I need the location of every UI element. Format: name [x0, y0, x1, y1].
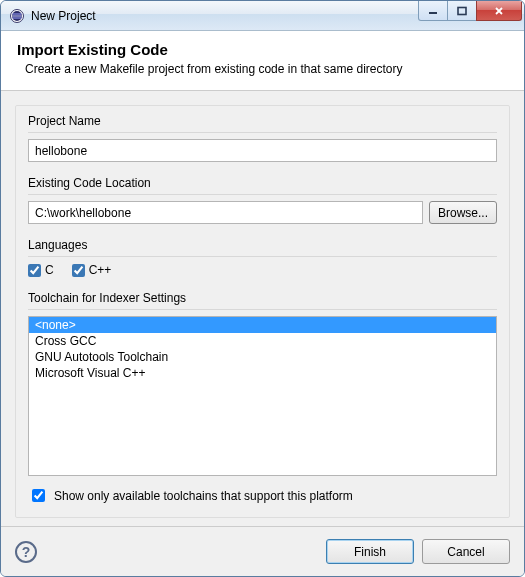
separator: [28, 256, 497, 257]
finish-button[interactable]: Finish: [326, 539, 414, 564]
svg-rect-3: [458, 7, 466, 14]
lang-cpp-label: C++: [89, 263, 112, 277]
lang-c-checkbox[interactable]: C: [28, 263, 54, 277]
dialog-header: Import Existing Code Create a new Makefi…: [1, 31, 524, 91]
eclipse-icon: [9, 8, 25, 24]
toolchain-label: Toolchain for Indexer Settings: [28, 291, 497, 305]
maximize-button[interactable]: [447, 1, 477, 21]
browse-button[interactable]: Browse...: [429, 201, 497, 224]
list-item[interactable]: <none>: [29, 317, 496, 333]
help-icon[interactable]: ?: [15, 541, 37, 563]
separator: [28, 309, 497, 310]
page-title: Import Existing Code: [17, 41, 508, 58]
close-button[interactable]: [476, 1, 522, 21]
code-location-label: Existing Code Location: [28, 176, 497, 190]
dialog-content: Project Name Existing Code Location Brow…: [1, 91, 524, 526]
separator: [28, 132, 497, 133]
code-location-input[interactable]: [28, 201, 423, 224]
window-title: New Project: [31, 9, 96, 23]
form-group: Project Name Existing Code Location Brow…: [15, 105, 510, 518]
separator: [28, 194, 497, 195]
svg-rect-2: [429, 12, 437, 14]
minimize-button[interactable]: [418, 1, 448, 21]
window-controls: [419, 1, 522, 21]
show-only-checkbox-input[interactable]: [32, 489, 45, 502]
list-item[interactable]: Cross GCC: [29, 333, 496, 349]
list-item[interactable]: GNU Autotools Toolchain: [29, 349, 496, 365]
lang-cpp-checkbox-input[interactable]: [72, 264, 85, 277]
project-name-input[interactable]: [28, 139, 497, 162]
page-subtitle: Create a new Makefile project from exist…: [25, 62, 508, 76]
title-bar: New Project: [1, 1, 524, 31]
languages-label: Languages: [28, 238, 497, 252]
show-only-label: Show only available toolchains that supp…: [54, 489, 353, 503]
show-only-checkbox[interactable]: Show only available toolchains that supp…: [28, 486, 497, 505]
dialog-footer: ? Finish Cancel: [1, 526, 524, 576]
toolchain-listbox[interactable]: <none> Cross GCC GNU Autotools Toolchain…: [28, 316, 497, 476]
cancel-button[interactable]: Cancel: [422, 539, 510, 564]
lang-c-label: C: [45, 263, 54, 277]
list-item[interactable]: Microsoft Visual C++: [29, 365, 496, 381]
lang-c-checkbox-input[interactable]: [28, 264, 41, 277]
project-name-label: Project Name: [28, 114, 497, 128]
lang-cpp-checkbox[interactable]: C++: [72, 263, 112, 277]
